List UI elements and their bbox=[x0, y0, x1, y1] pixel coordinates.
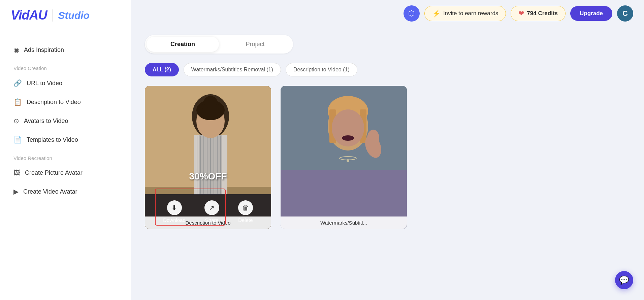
credits-button[interactable]: ❤ 794 Credits bbox=[511, 6, 566, 21]
discord-icon: ⬡ bbox=[408, 9, 415, 18]
create-picture-avatar-label: Create Picture Avatar bbox=[25, 169, 83, 176]
description-to-video-label: Description to Video bbox=[27, 99, 81, 106]
svg-point-28 bbox=[367, 130, 379, 146]
tab-bar: Creation Project bbox=[145, 35, 293, 54]
main-area: ⬡ ⚡ Invite to earn rewards ❤ 794 Credits… bbox=[131, 0, 644, 300]
credits-label: 794 Credits bbox=[527, 10, 558, 17]
video-card-2[interactable]: Watermarks/Subtitl... bbox=[281, 86, 407, 229]
ads-icon: ◉ bbox=[13, 46, 19, 54]
content-area: Creation Project ALL (2) Watermarks/Subt… bbox=[131, 27, 644, 300]
templates-to-video-label: Templates to Video bbox=[27, 136, 78, 143]
video-thumbnail-2 bbox=[281, 86, 407, 229]
video-creation-section: Video Creation bbox=[0, 59, 131, 74]
filter-bar: ALL (2) Watermarks/Subtitles Removal (1)… bbox=[145, 63, 631, 76]
avatar[interactable]: C bbox=[617, 5, 633, 22]
logo-area: VidAU Studio bbox=[0, 8, 131, 32]
discord-button[interactable]: ⬡ bbox=[404, 5, 420, 22]
video-card-1[interactable]: 30%OFF ⬇ Download ↗ Share 🗑 Delete bbox=[145, 86, 271, 229]
top-header: ⬡ ⚡ Invite to earn rewards ❤ 794 Credits… bbox=[131, 0, 644, 27]
sidebar-item-description-to-video[interactable]: 📋 Description to Video bbox=[0, 93, 131, 111]
tab-project[interactable]: Project bbox=[219, 37, 291, 52]
invite-icon: ⚡ bbox=[432, 9, 441, 18]
video-recreation-section: Video Recreation bbox=[0, 149, 131, 164]
description-icon: 📋 bbox=[13, 98, 22, 106]
filter-watermarks[interactable]: Watermarks/Subtitles Removal (1) bbox=[184, 63, 281, 76]
url-to-video-label: URL to Video bbox=[27, 80, 62, 87]
logo-studio: Studio bbox=[58, 10, 90, 21]
credits-icon: ❤ bbox=[518, 9, 524, 18]
delete-icon-1: 🗑 bbox=[238, 200, 253, 215]
avatars-to-video-label: Avatars to Video bbox=[24, 118, 68, 125]
logo-vidau: VidAU bbox=[11, 8, 47, 23]
sidebar-item-url-to-video[interactable]: 🔗 URL to Video bbox=[0, 74, 131, 93]
filter-all[interactable]: ALL (2) bbox=[145, 63, 179, 76]
chat-fab[interactable]: 💬 bbox=[615, 271, 633, 289]
create-video-avatar-label: Create Video Avatar bbox=[23, 188, 77, 195]
sidebar-nav: ◉ Ads Inspiration Video Creation 🔗 URL t… bbox=[0, 32, 131, 292]
thumb-svg-2 bbox=[281, 86, 407, 229]
sidebar: VidAU Studio ◉ Ads Inspiration Video Cre… bbox=[0, 0, 131, 300]
card-label-2: Watermarks/Subtitl... bbox=[281, 216, 407, 229]
svg-point-26 bbox=[347, 159, 349, 162]
invite-button[interactable]: ⚡ Invite to earn rewards bbox=[424, 6, 506, 21]
sidebar-item-ads-inspiration[interactable]: ◉ Ads Inspiration bbox=[0, 40, 131, 59]
logo-divider bbox=[53, 9, 53, 22]
card-label-1: Description to Video bbox=[145, 216, 271, 229]
ads-inspiration-label: Ads Inspiration bbox=[24, 46, 64, 54]
sidebar-item-create-picture-avatar[interactable]: 🖼 Create Picture Avatar bbox=[0, 164, 131, 182]
avatars-icon: ⊙ bbox=[13, 117, 19, 125]
url-icon: 🔗 bbox=[13, 79, 22, 87]
sidebar-item-templates-to-video[interactable]: 📄 Templates to Video bbox=[0, 130, 131, 149]
invite-label: Invite to earn rewards bbox=[443, 10, 498, 17]
overlay-text-1: 30%OFF bbox=[189, 171, 227, 182]
chat-icon: 💬 bbox=[619, 275, 629, 285]
sidebar-item-avatars-to-video[interactable]: ⊙ Avatars to Video bbox=[0, 111, 131, 130]
sidebar-item-create-video-avatar[interactable]: ▶ Create Video Avatar bbox=[0, 182, 131, 201]
svg-point-16 bbox=[204, 96, 217, 108]
tab-creation[interactable]: Creation bbox=[147, 37, 219, 52]
filter-description[interactable]: Description to Video (1) bbox=[286, 63, 357, 76]
templates-icon: 📄 bbox=[13, 136, 22, 144]
svg-point-22 bbox=[332, 109, 364, 146]
share-icon-1: ↗ bbox=[204, 200, 219, 215]
download-icon-1: ⬇ bbox=[167, 200, 182, 215]
video-grid: 30%OFF ⬇ Download ↗ Share 🗑 Delete bbox=[145, 86, 631, 229]
upgrade-button[interactable]: Upgrade bbox=[570, 6, 612, 21]
svg-point-23 bbox=[342, 135, 354, 141]
video-avatar-icon: ▶ bbox=[13, 188, 19, 196]
picture-avatar-icon: 🖼 bbox=[13, 169, 20, 177]
